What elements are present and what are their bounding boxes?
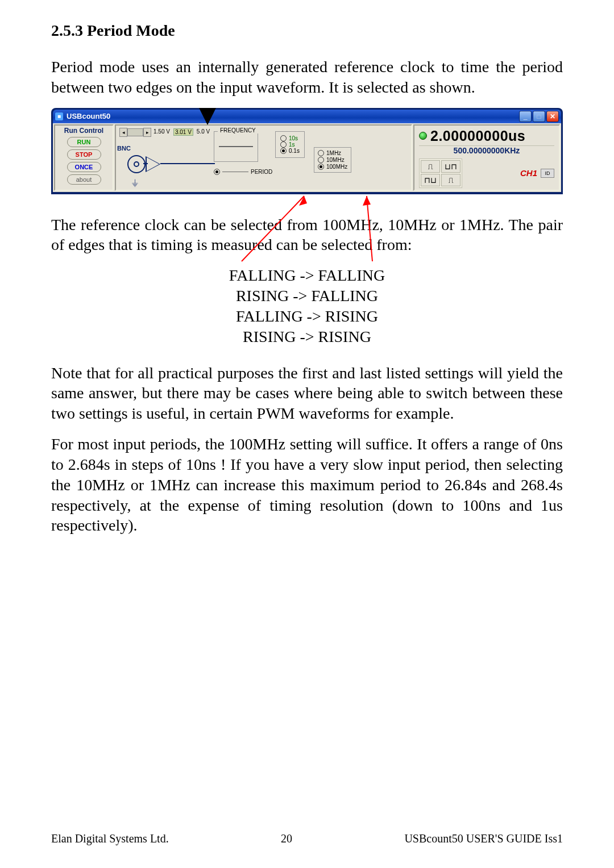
- edge-rf-button[interactable]: ⊔⊓: [441, 160, 460, 173]
- paragraph-4: For most input periods, the 100MHz setti…: [51, 434, 563, 536]
- channel-id-button[interactable]: ID: [541, 169, 554, 178]
- edge-select-grid: ⎍ ⊔⊓ ⊓⊔ ⎍: [419, 158, 462, 188]
- bnc-label: BNC: [117, 145, 131, 152]
- footer-left: Elan Digital Systems Ltd.: [51, 832, 169, 845]
- gate-opt-1: 1s: [289, 141, 295, 148]
- stop-button[interactable]: STOP: [67, 149, 101, 160]
- page-footer: Elan Digital Systems Ltd. 20 USBcount50 …: [51, 832, 563, 845]
- channel-label: CH1: [520, 168, 537, 178]
- bnc-connector-icon: [127, 155, 146, 173]
- svg-marker-4: [363, 196, 371, 206]
- frequency-label: FREQUENCY: [218, 127, 258, 133]
- screenshot-container: ■ USBcount50 _ □ ✕ Run Control RUN STOP …: [51, 108, 563, 205]
- ref-1mhz-radio[interactable]: [318, 150, 324, 156]
- period-mode-group[interactable]: PERIOD: [214, 169, 272, 175]
- period-readout: 2.00000000us: [430, 128, 525, 144]
- edge-options-list: FALLING -> FALLING RISING -> FALLING FAL…: [51, 265, 563, 347]
- gate-time-group: 10s 1s 0.1s: [275, 131, 305, 158]
- gate-opt-2: 0.1s: [289, 148, 300, 154]
- ref-10mhz-radio[interactable]: [318, 157, 324, 163]
- close-button[interactable]: ✕: [546, 111, 559, 122]
- ref-opt-0: 1MHz: [326, 150, 341, 156]
- minimize-button[interactable]: _: [519, 111, 532, 122]
- run-control-panel: Run Control RUN STOP ONCE about: [54, 124, 114, 191]
- paragraph-1: Period mode uses an internally generated…: [51, 57, 563, 98]
- svg-marker-2: [299, 196, 307, 206]
- edge-fr-button[interactable]: ⊓⊔: [421, 174, 440, 186]
- edge-option-1: FALLING -> FALLING: [51, 265, 563, 286]
- paragraph-2: The reference clock can be selected from…: [51, 215, 563, 256]
- tick-1: 3.01 V: [173, 128, 193, 136]
- tick-0: 1.50 V: [152, 128, 171, 136]
- channel-badge: CH1 ID: [520, 168, 554, 178]
- gate-opt-0: 10s: [289, 135, 298, 141]
- gate-1s-radio[interactable]: [280, 141, 287, 148]
- edge-option-2: RISING -> FALLING: [51, 286, 563, 306]
- paragraph-3: Note that for all practical purposes the…: [51, 363, 563, 424]
- app-window: ■ USBcount50 _ □ ✕ Run Control RUN STOP …: [51, 108, 563, 194]
- ground-icon: ⏚: [132, 177, 138, 189]
- window-client-area: Run Control RUN STOP ONCE about ◂ ▸ 1.50…: [53, 123, 561, 192]
- period-label: PERIOD: [251, 169, 272, 175]
- section-heading: 2.5.3 Period Mode: [51, 22, 563, 40]
- maximize-button[interactable]: □: [533, 111, 545, 122]
- edge-ff-button[interactable]: ⎍: [421, 160, 440, 173]
- readout-panel: 2.00000000us 500.00000000KHz ⎍ ⊔⊓ ⊓⊔ ⎍ C…: [413, 124, 560, 191]
- threshold-slider-row: ◂ ▸ 1.50 V 3.01 V 5.0 V: [119, 128, 408, 137]
- gate-10s-radio[interactable]: [280, 135, 287, 141]
- amplifier-icon: [146, 156, 160, 172]
- ref-100mhz-radio[interactable]: [318, 164, 324, 170]
- once-button[interactable]: ONCE: [67, 162, 101, 172]
- gate-01s-radio[interactable]: [280, 148, 287, 154]
- run-control-label: Run Control: [64, 127, 103, 135]
- status-led-icon: [419, 132, 427, 140]
- edge-option-4: RISING -> RISING: [51, 327, 563, 347]
- signal-config-area: ◂ ▸ 1.50 V 3.01 V 5.0 V FREQUENCY: [115, 124, 412, 191]
- footer-right: USBcount50 USER'S GUIDE Iss1: [404, 832, 563, 845]
- run-button[interactable]: RUN: [67, 137, 101, 147]
- ref-opt-1: 10MHz: [326, 157, 345, 163]
- about-button[interactable]: about: [67, 174, 101, 185]
- footer-center: 20: [281, 832, 292, 845]
- window-title: USBcount50: [67, 112, 110, 120]
- ref-clock-group: 1MHz 10MHz 100MHz: [314, 147, 351, 173]
- window-titlebar: ■ USBcount50 _ □ ✕: [53, 110, 561, 123]
- slider-right-icon[interactable]: ▸: [143, 128, 151, 137]
- edge-rr-button[interactable]: ⎍: [441, 174, 460, 186]
- frequency-readout: 500.00000000KHz: [419, 146, 554, 155]
- slider-left-icon[interactable]: ◂: [119, 128, 127, 137]
- threshold-slider[interactable]: ◂ ▸: [119, 128, 151, 137]
- frequency-mode-group[interactable]: FREQUENCY: [214, 131, 258, 162]
- bnc-diagram: BNC ⏚: [117, 145, 219, 190]
- tick-2: 5.0 V: [196, 128, 211, 136]
- edge-option-3: FALLING -> RISING: [51, 306, 563, 327]
- ref-opt-2: 100MHz: [326, 164, 347, 170]
- threshold-ticks: 1.50 V 3.01 V 5.0 V: [152, 128, 211, 136]
- app-icon: ■: [55, 112, 63, 120]
